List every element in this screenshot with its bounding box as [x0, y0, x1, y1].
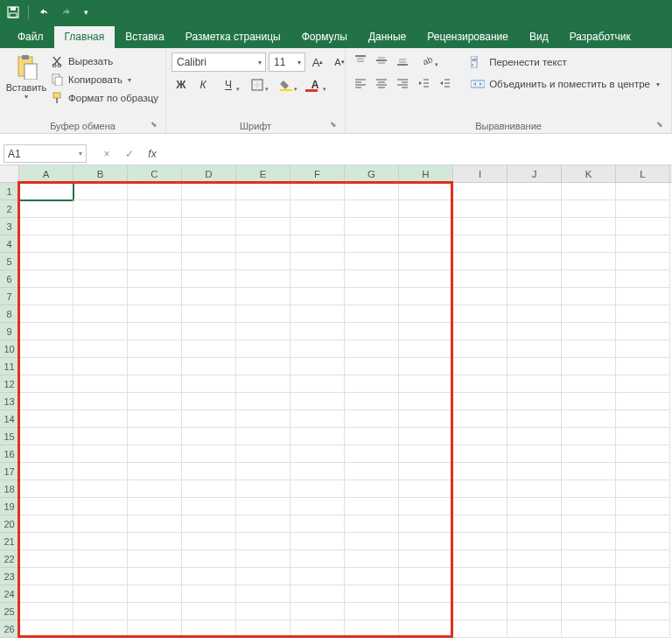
alignment-launcher[interactable]: ⬊ — [654, 118, 666, 130]
cell-H13[interactable] — [399, 393, 453, 410]
cell-F12[interactable] — [290, 375, 345, 393]
wrap-text-button[interactable]: abc Перенести текст — [465, 52, 666, 72]
cell-F4[interactable] — [290, 235, 345, 253]
column-header-I[interactable]: I — [453, 165, 508, 182]
cell-K3[interactable] — [562, 218, 616, 235]
cell-I2[interactable] — [453, 200, 508, 218]
cell-B17[interactable] — [74, 463, 128, 480]
cell-B23[interactable] — [74, 568, 128, 585]
cell-D9[interactable] — [182, 323, 236, 340]
row-header-24[interactable]: 24 — [0, 585, 19, 603]
cell-E23[interactable] — [236, 568, 290, 585]
cell-F26[interactable] — [290, 620, 345, 638]
cell-D22[interactable] — [182, 550, 236, 568]
cell-C12[interactable] — [128, 375, 182, 393]
cell-B12[interactable] — [74, 375, 128, 393]
cell-E6[interactable] — [236, 270, 290, 288]
column-header-J[interactable]: J — [508, 165, 562, 182]
cell-D3[interactable] — [182, 218, 236, 235]
cell-F23[interactable] — [290, 568, 345, 585]
cell-B1[interactable] — [74, 183, 128, 200]
merge-center-button[interactable]: Объединить и поместить в центре ▾ — [465, 74, 666, 94]
cell-F1[interactable] — [290, 183, 345, 200]
cell-J17[interactable] — [508, 463, 562, 480]
cell-F21[interactable] — [290, 533, 345, 550]
column-header-G[interactable]: G — [345, 165, 399, 182]
cell-K9[interactable] — [562, 323, 616, 340]
tab-insert[interactable]: Вставка — [115, 26, 175, 48]
cell-J8[interactable] — [508, 305, 562, 323]
row-header-14[interactable]: 14 — [0, 410, 19, 428]
cell-B18[interactable] — [74, 480, 128, 498]
cell-H16[interactable] — [399, 445, 453, 463]
cell-J14[interactable] — [508, 410, 562, 428]
cell-B6[interactable] — [74, 270, 128, 288]
cell-L7[interactable] — [616, 288, 670, 305]
cell-F25[interactable] — [290, 603, 345, 620]
cell-H15[interactable] — [399, 428, 453, 445]
cell-D11[interactable] — [182, 358, 236, 375]
cell-H10[interactable] — [399, 340, 453, 358]
cell-J11[interactable] — [508, 358, 562, 375]
cell-C21[interactable] — [128, 533, 182, 550]
cell-D23[interactable] — [182, 568, 236, 585]
cell-E11[interactable] — [236, 358, 290, 375]
cell-E14[interactable] — [236, 410, 290, 428]
align-middle-button[interactable] — [372, 51, 391, 70]
cell-D19[interactable] — [182, 498, 236, 515]
cell-D7[interactable] — [182, 288, 236, 305]
row-header-21[interactable]: 21 — [0, 533, 19, 550]
row-header-1[interactable]: 1 — [0, 183, 19, 200]
cell-B16[interactable] — [74, 445, 128, 463]
cell-G25[interactable] — [345, 603, 399, 620]
cell-C6[interactable] — [128, 270, 182, 288]
cell-K24[interactable] — [562, 585, 616, 603]
cell-G17[interactable] — [345, 463, 399, 480]
cell-B21[interactable] — [74, 533, 128, 550]
cell-C22[interactable] — [128, 550, 182, 568]
cell-C25[interactable] — [128, 603, 182, 620]
cell-J7[interactable] — [508, 288, 562, 305]
cell-H26[interactable] — [399, 620, 453, 638]
cell-K23[interactable] — [562, 568, 616, 585]
cell-E3[interactable] — [236, 218, 290, 235]
cell-E21[interactable] — [236, 533, 290, 550]
cell-K8[interactable] — [562, 305, 616, 323]
cell-I17[interactable] — [453, 463, 508, 480]
tab-review[interactable]: Рецензирование — [416, 26, 519, 48]
align-bottom-button[interactable] — [393, 51, 412, 70]
cell-D12[interactable] — [182, 375, 236, 393]
cell-E10[interactable] — [236, 340, 290, 358]
tab-file[interactable]: Файл — [7, 26, 54, 48]
cell-G22[interactable] — [345, 550, 399, 568]
cell-K5[interactable] — [562, 253, 616, 270]
cell-F5[interactable] — [290, 253, 345, 270]
cell-G14[interactable] — [345, 410, 399, 428]
cells-area[interactable] — [19, 183, 670, 638]
cell-C3[interactable] — [128, 218, 182, 235]
cell-L1[interactable] — [616, 183, 670, 200]
increase-indent-button[interactable] — [435, 74, 454, 93]
cell-J3[interactable] — [508, 218, 562, 235]
cell-H20[interactable] — [399, 515, 453, 533]
align-top-button[interactable] — [351, 51, 370, 70]
cell-L26[interactable] — [616, 620, 670, 638]
row-header-12[interactable]: 12 — [0, 375, 19, 393]
cell-C23[interactable] — [128, 568, 182, 585]
cell-G19[interactable] — [345, 498, 399, 515]
tab-home[interactable]: Главная — [54, 26, 116, 48]
row-header-17[interactable]: 17 — [0, 463, 19, 480]
underline-button[interactable]: Ч▾ — [215, 75, 242, 94]
tab-view[interactable]: Вид — [519, 26, 559, 48]
cell-H14[interactable] — [399, 410, 453, 428]
row-header-15[interactable]: 15 — [0, 428, 19, 445]
cell-F18[interactable] — [290, 480, 345, 498]
cell-B20[interactable] — [74, 515, 128, 533]
cell-G21[interactable] — [345, 533, 399, 550]
cell-F15[interactable] — [290, 428, 345, 445]
cell-B26[interactable] — [74, 620, 128, 638]
cell-A1[interactable] — [19, 183, 74, 200]
cell-B25[interactable] — [74, 603, 128, 620]
cell-D26[interactable] — [182, 620, 236, 638]
cell-L17[interactable] — [616, 463, 670, 480]
